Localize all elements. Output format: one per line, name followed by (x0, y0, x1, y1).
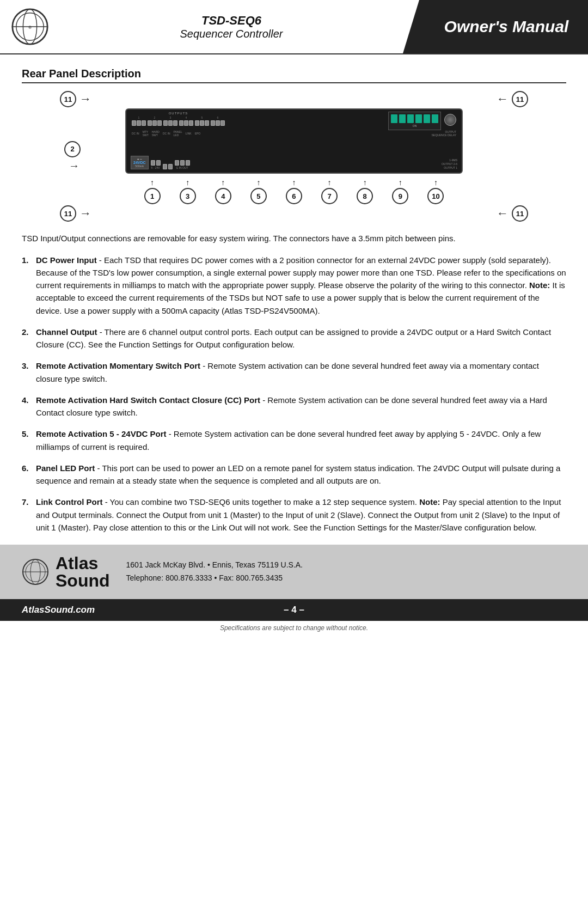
device-panel: OUTPUTS 1 (93, 108, 495, 204)
atlas-logo-icon: ® (11, 8, 49, 46)
footer-logo-area: Atlas Sound (22, 554, 110, 589)
intro-paragraph: TSD Input/Output connections are removab… (22, 233, 566, 245)
list-content-7: Link Control Port - You can combine two … (36, 496, 566, 534)
product-name: TSD-SEQ6 (201, 14, 261, 28)
list-content-6: Panel LED Port - This port can be used t… (36, 462, 566, 487)
list-content-3: Remote Activation Momentary Switch Port … (36, 359, 566, 385)
list-item: 5. Remote Activation 5 - 24VDC Port - Re… (22, 428, 566, 453)
footer-company-name: Atlas Sound (56, 554, 110, 589)
circle-11-bottom-left: 11 (60, 205, 76, 222)
footer-website-link: AtlasSound.com (22, 605, 203, 615)
header-center: TSD-SEQ6 Sequencer Controller (60, 0, 403, 53)
description-list: 1. DC Power Input - Each TSD that requir… (22, 254, 566, 534)
list-bold-7: Link Control Port (36, 497, 103, 507)
bottom-circle-10: 10 (427, 188, 444, 204)
list-number-1: 1. (22, 254, 32, 317)
list-number-2: 2. (22, 326, 32, 351)
bottom-circle-1: 1 (144, 188, 161, 204)
arrow-left-bottom: ← (497, 206, 509, 221)
panel-body: OUTPUTS 1 (125, 108, 463, 174)
arrow-left-top-right: ← (497, 92, 509, 106)
bottom-circle-3: 3 (180, 188, 196, 204)
list-content-1: DC Power Input - Each TSD that requires … (36, 254, 566, 317)
bottom-circle-4: 4 (215, 188, 231, 204)
section-title: Rear Panel Description (22, 68, 566, 83)
list-item: 2. Channel Output - There are 6 channel … (22, 326, 566, 351)
list-number-4: 4. (22, 394, 32, 419)
list-item: 6. Panel LED Port - This port can be use… (22, 462, 566, 487)
list-content-2: Channel Output - There are 6 channel out… (36, 326, 566, 351)
footer-page-number: – 4 – (203, 605, 384, 615)
footer-sound-label: Sound (56, 572, 110, 589)
arrow-right-top-left: → (79, 92, 91, 106)
circle-11-top-right: 11 (512, 91, 528, 107)
list-number-7: 7. (22, 496, 32, 534)
list-bold-2: Channel Output (36, 327, 97, 337)
bottom-circle-5: 5 (250, 188, 267, 204)
list-number-6: 6. (22, 462, 32, 487)
list-item: 1. DC Power Input - Each TSD that requir… (22, 254, 566, 317)
main-content: Rear Panel Description 11 → ← 11 2 → (0, 54, 588, 534)
footer-bottom-bar: AtlasSound.com – 4 – (0, 599, 588, 621)
rear-panel-diagram: 11 → ← 11 2 → OUTPUTS (60, 91, 528, 222)
bottom-circle-6: 6 (286, 188, 302, 204)
circle-11-top-left: 11 (60, 91, 76, 107)
footer-main: Atlas Sound 1601 Jack McKay Blvd. • Enni… (0, 545, 588, 599)
list-note-7: Note: (419, 497, 440, 507)
list-content-4: Remote Activation Hard Switch Contact Cl… (36, 394, 566, 419)
list-bold-3: Remote Activation Momentary Switch Port (36, 361, 200, 370)
circle-11-bottom-right: 11 (512, 205, 528, 222)
arrow-right-middle: → (69, 160, 79, 172)
list-bold-6: Panel LED Port (36, 463, 95, 473)
list-number-3: 3. (22, 359, 32, 385)
footer-atlas-logo-icon (22, 558, 49, 585)
list-item: 4. Remote Activation Hard Switch Contact… (22, 394, 566, 419)
footer-contact-info: 1601 Jack McKay Blvd. • Ennis, Texas 751… (126, 559, 303, 585)
footer-telephone: Telephone: 800.876.3333 • Fax: 800.765.3… (126, 572, 303, 585)
list-bold-4: Remote Activation Hard Switch Contact Cl… (36, 395, 260, 405)
owners-manual-title: Owner's Manual (422, 17, 569, 36)
page-header: ® TSD-SEQ6 Sequencer Controller Owner's … (0, 0, 588, 54)
header-right: Owner's Manual (403, 0, 588, 53)
header-logo: ® (0, 0, 60, 53)
list-note-1: Note: (529, 280, 550, 290)
bottom-number-labels: ↑ 1 ↑ 3 ↑ 4 ↑ 5 (93, 178, 495, 204)
bottom-circle-9: 9 (392, 188, 408, 204)
list-bold-5: Remote Activation 5 - 24VDC Port (36, 429, 167, 438)
footer-address: 1601 Jack McKay Blvd. • Ennis, Texas 751… (126, 559, 303, 572)
list-number-5: 5. (22, 428, 32, 453)
list-item: 3. Remote Activation Momentary Switch Po… (22, 359, 566, 385)
bottom-circle-7: 7 (321, 188, 338, 204)
footer-disclaimer: Specifications are subject to change wit… (0, 621, 588, 636)
list-bold-1: DC Power Input (36, 255, 97, 265)
bottom-circle-8: 8 (357, 188, 373, 204)
arrow-right-bottom: → (79, 206, 91, 221)
list-item: 7. Link Control Port - You can combine t… (22, 496, 566, 534)
circle-2: 2 (64, 141, 81, 157)
product-subtitle: Sequencer Controller (180, 28, 283, 40)
svg-text:®: ® (28, 25, 32, 30)
list-content-5: Remote Activation 5 - 24VDC Port - Remot… (36, 428, 566, 453)
footer-atlas-label: Atlas (56, 554, 110, 572)
